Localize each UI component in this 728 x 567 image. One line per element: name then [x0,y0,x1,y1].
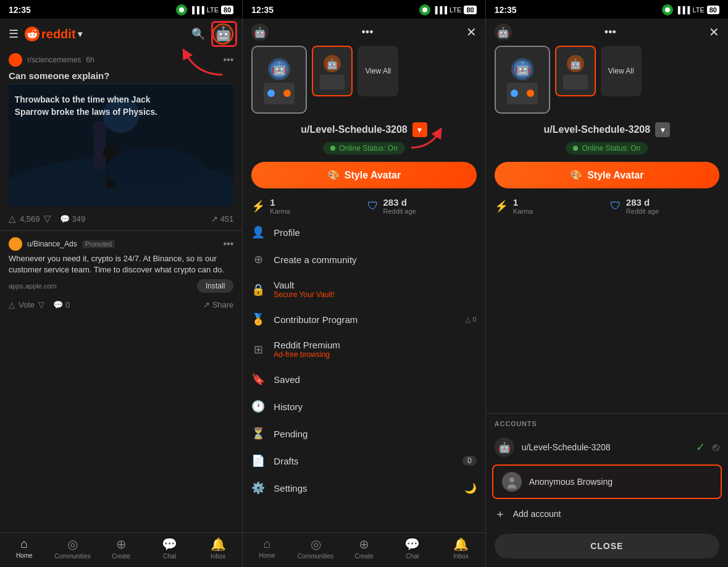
ad-avatar [9,237,22,251]
menu-profile[interactable]: 👤 Profile [243,219,485,246]
profile-more-icon[interactable]: ••• [362,26,374,39]
svg-point-10 [106,148,204,191]
hamburger-icon[interactable]: ☰ [9,27,19,41]
nav2-communities[interactable]: ◎ Communities [291,537,340,560]
avatar-secondary[interactable]: 🤖 [312,46,353,96]
username-display: u/Level-Schedule-3208 [301,124,408,135]
saved-label: Saved [274,374,476,385]
svg-point-13 [422,7,427,12]
menu-pending[interactable]: ⏳ Pending [243,420,485,447]
svg-text:Throwback to the time when Jac: Throwback to the time when Jack [15,95,151,104]
close-button[interactable]: CLOSE [495,534,719,558]
nav-communities[interactable]: ◎ Communities [48,537,96,560]
ad-bottom: apps.apple.com Install [9,279,233,293]
profile-header-bar: 🤖 ••• ✕ [243,19,485,46]
moon-icon: 🌙 [464,482,477,494]
nav2-chat-label: Chat [406,553,419,560]
premium-sub: Ad-free browsing [274,350,340,359]
upvote-count-1: 4,569 [20,214,40,224]
avatar-viewall-3[interactable]: View All [601,46,642,96]
style-avatar-button[interactable]: 🎨 Style Avatar [251,162,476,188]
nav2-create[interactable]: ⊕ Create [340,537,388,560]
karma-values-3: 1 Karma [513,197,533,215]
online-dot-3 [573,146,578,151]
menu-saved[interactable]: 🔖 Saved [243,366,485,393]
svg-point-7 [93,121,107,136]
main-account-row[interactable]: 🤖 u/Level-Schedule-3208 ✓ ⎋ [486,431,728,463]
menu-vault[interactable]: 🔒 Vault Secure Your Vault! [243,273,485,306]
accounts-back-avatar[interactable]: 🤖 [495,23,512,41]
accounts-more-icon[interactable]: ••• [605,26,616,39]
profile-back-avatar[interactable]: 🤖 [251,23,269,41]
saved-icon: 🔖 [251,372,265,386]
reddit-logo[interactable]: reddit ▾ [25,27,82,41]
share-label-2: Share [212,300,234,309]
avatar-gallery-3: 🤖 🤖 View All [486,46,728,120]
username-3: u/Level-Schedule-3208 [544,124,651,135]
menu-create-community[interactable]: ⊕ Create a community [243,246,485,273]
menu-premium[interactable]: ⊞ Reddit Premium Ad-free browsing [243,333,485,366]
username-row: u/Level-Schedule-3208 ▾ [243,120,485,140]
menu-history[interactable]: 🕐 History [243,393,485,420]
accounts-title: ACCOUNTS [486,414,728,431]
username-row-3: u/Level-Schedule-3208 ▾ [486,120,728,140]
image-scene: Throwback to the time when Jack Sparrow … [9,83,233,207]
logout-icon[interactable]: ⎋ [713,441,719,454]
status-bar-3: 12:35 ▐▐▐ LTE 80 [486,0,728,19]
nav2-chat[interactable]: 💬 Chat [388,537,437,560]
downvote-icon-2[interactable]: ▽ [38,300,44,309]
menu-contributor[interactable]: 🏅 Contributor Program △ 0 [243,306,485,333]
comment-section-1[interactable]: 💬 349 [60,214,86,224]
anon-avatar [502,472,522,492]
menu-list: 👤 Profile ⊕ Create a community 🔒 Vault S… [243,219,485,532]
nav2-create-icon: ⊕ [359,537,369,552]
style-avatar-btn-3[interactable]: 🎨 Style Avatar [495,162,719,188]
menu-drafts[interactable]: 📄 Drafts 0 [243,447,485,474]
add-account-row[interactable]: ＋ Add account [486,500,728,527]
ad-text: Whenever you need it, crypto is 24/7. At… [9,253,233,275]
subreddit-name[interactable]: r/sciencememes [27,56,81,64]
add-account-label: Add account [513,509,561,519]
avatar-main[interactable]: 🤖 [251,46,307,114]
upvote-icon-2[interactable]: △ [9,300,15,309]
age-value-3: 283 d [626,197,659,208]
upvote-icon-1[interactable]: △ [9,213,16,224]
comment-section-2[interactable]: 💬 0 [53,300,70,309]
status-icons-1: ▐▐▐ LTE 80 [176,4,233,15]
post-image-1[interactable]: Throwback to the time when Jack Sparrow … [9,83,233,207]
nav-inbox[interactable]: 🔔 Inbox [194,537,242,560]
downvote-icon-1[interactable]: ▽ [44,213,51,224]
menu-settings[interactable]: ⚙️ Settings 🌙 [243,474,485,502]
nav-home[interactable]: ⌂ Home [0,537,48,560]
ad-more[interactable]: ••• [224,238,234,250]
vote-label-2: Vote [19,300,35,309]
anon-name: Anonymous Browsing [529,477,712,487]
anon-browsing-row[interactable]: Anonymous Browsing [492,464,722,499]
share-section-2[interactable]: ↗ Share [203,300,234,309]
share-icon-1: ↗ [211,214,218,224]
accounts-header-bar: 🤖 ••• ✕ [486,19,728,46]
karma-stat: ⚡ 1 Karma [251,197,361,215]
caret-icon: ▾ [78,29,82,39]
communities-icon: ◎ [67,537,78,552]
avatar-viewall[interactable]: View All [358,46,398,96]
search-icon[interactable]: 🔍 [191,27,205,41]
signal-3: ▐▐▐ [676,6,690,14]
nav2-inbox[interactable]: 🔔 Inbox [437,537,485,560]
ad-meta: u/Binance_Ads Promoted ••• [9,237,233,251]
battery-1: 80 [221,6,233,14]
avatar-secondary-3[interactable]: 🤖 [555,46,596,96]
arrow-annotation-1 [179,41,228,80]
close-icon-3[interactable]: ✕ [709,25,719,40]
install-button[interactable]: Install [197,279,233,293]
nav-chat[interactable]: 💬 Chat [145,537,193,560]
nav-create[interactable]: ⊕ Create [97,537,145,560]
lte-2: LTE [450,6,461,14]
dropdown-btn-3[interactable]: ▾ [655,122,670,137]
share-section-1[interactable]: ↗ 451 [211,214,234,224]
main-account-avatar: 🤖 [495,437,514,457]
svg-point-39 [509,477,514,482]
nav2-home[interactable]: ⌂ Home [243,537,291,560]
close-icon-2[interactable]: ✕ [466,25,477,40]
avatar-main-3[interactable]: 🤖 [495,46,550,114]
